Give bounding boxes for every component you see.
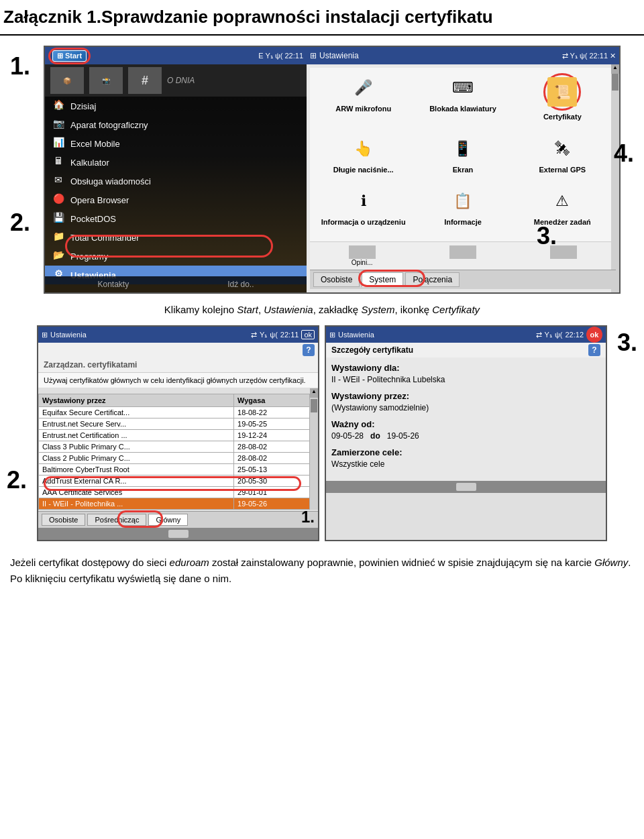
cert-description: Używaj certyfikatów głównych w celu iden… (38, 373, 318, 388)
valid-dates: 09-05-28 do 19-05-26 (331, 431, 600, 441)
scroll-thumb[interactable] (311, 399, 317, 412)
settings-tabs: Osobiste System Połączenia (310, 270, 616, 289)
step3-annotation-2: 3. (617, 329, 637, 357)
table-row[interactable]: AddTrust External CA R... 20-05-30 (39, 476, 310, 487)
programy-icon: 📂 (52, 249, 65, 263)
kontakty-btn[interactable]: Kontakty (97, 280, 129, 289)
menu-kalkulator[interactable]: 🖩 Kalkulator (45, 153, 307, 172)
cert-details-screen: ⊞ Ustawienia ⇄Y₁ψ( 22:12 ok Szczegóły ce… (325, 325, 607, 541)
scroll-up[interactable]: ▲ (310, 388, 318, 398)
cert-table: Wystawiony przez Wygasa Equifax Secure C… (38, 394, 310, 510)
settings-ekran[interactable]: 📱 Ekran (415, 134, 511, 184)
pam-icon-item[interactable] (414, 245, 511, 266)
tab-glowny[interactable]: Główny (148, 514, 188, 526)
issued-for-label: Wystawiony dla: (331, 363, 600, 373)
settings-certyfikaty[interactable]: 📜 Certyfikaty (515, 73, 610, 131)
scroll-up-btn[interactable]: ▲ (611, 64, 619, 74)
footer-description: Jeżeli certyfikat dostępowy do sieci edu… (7, 555, 637, 587)
table-row[interactable]: Entrust.net Secure Serv... 19-05-25 (39, 418, 310, 430)
help-btn[interactable]: ? (303, 344, 315, 356)
tab-osobiste-cert[interactable]: Osobiste (42, 514, 85, 526)
table-row[interactable]: Entrust.net Certification ... 19-12-24 (39, 430, 310, 441)
settings-blokada[interactable]: ⌨ Blokada klawiatury (415, 73, 511, 131)
menu-wiadomosci[interactable]: ✉ Obsługa wiadomości (45, 172, 307, 190)
highlighted-cert-row[interactable]: II - WEiI - Politechnika ... 19-05-26 (39, 498, 310, 510)
cert-details-title-row: Szczegóły certyfikatu ? (326, 343, 606, 357)
details-help-btn[interactable]: ? (588, 344, 600, 356)
col-issuer: Wystawiony przez (39, 394, 234, 407)
table-row[interactable]: Equifax Secure Certificat... 18-08-22 (39, 407, 310, 418)
kalkulator-icon: 🖩 (52, 156, 65, 169)
menu-aparat[interactable]: 📷 Aparat fotograficzny (45, 115, 307, 134)
info-icon: ℹ (349, 186, 378, 216)
table-row[interactable]: Baltimore CyberTrust Root 25-05-13 (39, 464, 310, 476)
settings-informacje[interactable]: 📋 Informacje (415, 186, 511, 236)
table-scrollbar[interactable]: ▲ (310, 388, 318, 510)
do-dnia-label: O DNIA (167, 76, 195, 85)
menedzer-icon: ⚠ (547, 186, 577, 216)
ekran-icon: 📱 (448, 134, 478, 164)
excel-icon: 📊 (52, 137, 65, 150)
settings-dlugie[interactable]: 👆 Długie naciśnie... (315, 134, 411, 184)
blokada-icon: ⌨ (448, 73, 478, 103)
cert-screenshots-container: ⊞ Ustawienia ⇄Y₁ψ( 22:11 ok ? Zarządzan.… (37, 325, 607, 541)
menu-dzisiaj[interactable]: 🏠 Dzisiaj (45, 97, 307, 115)
table-row[interactable]: AAA Certificate Services 29-01-01 (39, 487, 310, 498)
app-icon-2: 📸 (89, 67, 123, 94)
pam-icon (449, 245, 476, 259)
info-label: Informacja o urządzeniu (321, 218, 406, 226)
tab-posredniczacy[interactable]: Pośrednicząc (87, 514, 146, 526)
opinie-label: Opini... (352, 259, 373, 266)
expires-cell: 18-08-22 (234, 407, 310, 418)
idz-do-btn[interactable]: Idź do.. (227, 280, 254, 289)
tab-polaczenia[interactable]: Połączenia (405, 272, 460, 287)
menu-opera[interactable]: 🔴 Opera Browser (45, 190, 307, 209)
step2-annotation-2: 2. (7, 466, 27, 494)
table-row[interactable]: Class 2 Public Primary C... 28-08-02 (39, 453, 310, 464)
start-button-circle[interactable]: ⊞ Start (48, 48, 91, 64)
issued-for-value: II - WEiI - Politechnika Lubelska (331, 375, 600, 384)
menu-totalcmd[interactable]: 📁 Total Commander (45, 228, 307, 247)
cert-manager-title: Zarządzan. certyfikatami (38, 357, 318, 373)
cert-manager-screen: ⊞ Ustawienia ⇄Y₁ψ( 22:11 ok ? Zarządzan.… (37, 325, 319, 541)
settings-arw[interactable]: 🎤 ARW mikrofonu (315, 73, 411, 131)
more-icons-row: Opini... (310, 241, 616, 270)
valid-do-label: do (370, 431, 380, 441)
scroll-thumb[interactable] (612, 74, 619, 91)
rej-icon-item[interactable] (515, 245, 612, 266)
table-row[interactable]: Class 3 Public Primary C... 28-08-02 (39, 441, 310, 453)
step2-annotation: 2. (10, 209, 30, 237)
gps-label: External GPS (539, 166, 586, 174)
opinie-icon-item[interactable]: Opini... (313, 245, 411, 266)
description-1: Klikamy kolejno Start, Ustawienia, zakła… (7, 304, 637, 315)
tab-system[interactable]: System (362, 272, 403, 287)
menu-excel[interactable]: 📊 Excel Mobile (45, 134, 307, 153)
cert-details-content: Wystawiony dla: II - WEiI - Politechnika… (326, 357, 606, 481)
step3-annotation: 3. (537, 222, 557, 250)
settings-gps[interactable]: 🛰 External GPS (515, 134, 610, 184)
totalcmd-icon: 📁 (52, 231, 65, 244)
cert-details-title: Szczegóły certyfikatu (331, 345, 413, 355)
settings-menedzer[interactable]: ⚠ Menedżer zadań (515, 186, 610, 236)
start-button[interactable]: ⊞ Start (52, 50, 87, 62)
cert-help-row: ? (38, 343, 318, 357)
mobile-screenshot-1: ⊞ Start EY₁ψ(22:11 ⊞ Us (44, 46, 621, 294)
cert-table-container: Wystawiony przez Wygasa Equifax Secure C… (38, 388, 318, 510)
step1-near-glowny: 1. (301, 508, 315, 526)
scrollbar[interactable]: ▲ (611, 64, 619, 292)
menu-programy[interactable]: 📂 Programy (45, 247, 307, 266)
cert-tabs: Osobiste Pośrednicząc Główny (38, 511, 318, 528)
purposes-value: Wszystkie cele (331, 459, 600, 469)
page-title: Załącznik 1.Sprawdzanie poprawności inst… (0, 0, 644, 36)
issued-by-value: (Wystawiony samodzielnie) (331, 403, 600, 412)
ok-button[interactable]: ok (586, 327, 602, 343)
ekran-label: Ekran (453, 166, 474, 174)
taskbar-icons-right: ⇄Y₁ψ(22:11 ✕ (562, 52, 616, 60)
cert-taskbar-left: ⊞ Ustawienia ⇄Y₁ψ( 22:11 ok (38, 327, 318, 343)
menu-pocketdos[interactable]: 💾 PocketDOS (45, 209, 307, 228)
gps-icon: 🛰 (547, 134, 577, 164)
blokada-label: Blokada klawiatury (429, 105, 496, 113)
tab-osobiste[interactable]: Osobiste (313, 272, 360, 287)
windows-logo-icon: ⊞ (57, 52, 63, 60)
settings-info[interactable]: ℹ Informacja o urządzeniu (315, 186, 411, 236)
